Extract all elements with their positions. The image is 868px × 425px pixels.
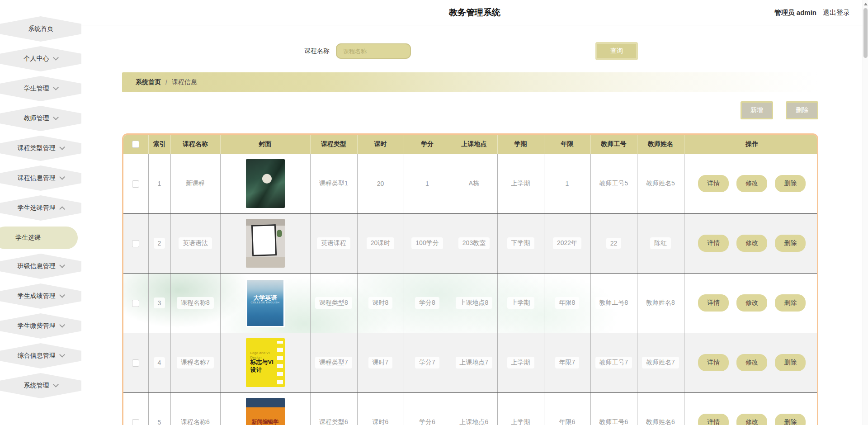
sidebar-item-label: 课程信息管理 [18,174,56,182]
cell-course-type: 课程类型7 [310,333,357,392]
logout-link[interactable]: 退出登录 [823,8,850,17]
table-row: 5课程名称6新闻编辑学课程类型6课时6学分6上课地点6上学期年限6教师工号6教师… [123,392,818,425]
vertical-scrollbar[interactable] [863,0,868,425]
sidebar-item[interactable]: 学生管理 [0,76,81,101]
sidebar-item[interactable]: 学生选课管理 [0,195,81,221]
sidebar-item[interactable]: 综合信息管理 [0,343,81,368]
sidebar-item[interactable]: 班级信息管理 [0,254,81,279]
sidebar-item[interactable]: 课程信息管理 [0,165,81,191]
detail-button[interactable]: 详情 [698,235,729,252]
scrollbar-thumb[interactable] [863,8,868,58]
cell-semester-value: 上学期 [507,357,534,368]
sidebar-item[interactable]: 学生缴费管理 [0,313,81,339]
column-header: 索引 [148,135,170,154]
edit-button[interactable]: 修改 [736,294,767,312]
cell-teacher-name: 教师姓名6 [637,392,684,425]
row-delete-button[interactable]: 删除 [775,235,806,252]
cell-course-name-value: 课程名称6 [177,416,214,425]
cell-teacher-id-value: 教师工号8 [595,297,632,309]
column-header: 操作 [684,135,818,154]
row-checkbox[interactable] [132,359,139,367]
breadcrumb: 系统首页 / 课程信息 [122,72,818,92]
detail-button[interactable]: 详情 [698,294,729,312]
detail-button[interactable]: 详情 [698,354,729,371]
row-delete-button[interactable]: 删除 [775,294,806,312]
cell-teacher-id: 教师工号5 [590,154,637,213]
column-header: 课程类型 [310,135,357,154]
cell-index-value: 4 [154,357,165,368]
cell-hours-value: 课时6 [368,416,393,425]
sidebar-item-label: 学生选课管理 [18,204,56,212]
cell-hours-value: 课时7 [368,357,393,368]
cell-teacher-name-value: 教师姓名8 [642,297,679,309]
cell-semester: 下学期 [497,213,544,273]
sidebar-item[interactable]: 学生成绩管理 [0,283,81,309]
cell-course-name-value: 新课程 [182,178,209,189]
course-cover-image [246,159,285,208]
row-delete-button[interactable]: 删除 [775,175,806,192]
cell-hours: 20课时 [357,213,404,273]
sidebar-item-label: 课程类型管理 [18,144,56,152]
chevron-up-icon [59,206,65,212]
row-delete-button[interactable]: 删除 [775,414,806,425]
cell-actions: 详情修改删除 [684,273,818,333]
cell-cover: COLLEGE ENGLISH大学英语 [220,273,310,333]
search-input[interactable] [336,43,411,59]
row-checkbox[interactable] [132,419,139,425]
cell-course-type-value: 课程类型1 [315,178,352,189]
cell-teacher-name: 教师姓名7 [637,333,684,392]
sidebar-item-label: 个人中心 [24,55,49,63]
row-checkbox[interactable] [132,300,139,307]
edit-button[interactable]: 修改 [736,235,767,252]
sidebar-item[interactable]: 课程类型管理 [0,136,81,161]
scrollbar-up-arrow-icon[interactable] [864,3,868,5]
cell-location: 上课地点7 [451,333,497,392]
cell-course-name-value: 英语语法 [179,237,212,249]
row-checkbox[interactable] [132,180,139,188]
cover-title-text: 大学英语 [247,294,283,302]
edit-button[interactable]: 修改 [736,175,767,192]
chevron-down-icon [53,114,59,120]
cell-actions: 详情修改删除 [684,213,818,273]
cell-hours: 课时6 [357,392,404,425]
cell-course-type-value: 课程类型6 [315,416,352,425]
sidebar-item[interactable]: 个人中心 [0,46,81,71]
add-button[interactable]: 新增 [741,101,773,119]
sidebar-submenu-item[interactable]: 学生选课 [0,227,78,249]
cell-course-name: 课程名称8 [170,273,220,333]
cover-title-text: 新闻编辑学 [246,418,285,425]
sidebar-item[interactable]: 系统管理 [0,373,81,398]
row-checkbox[interactable] [132,240,139,247]
cell-hours: 20 [357,154,404,213]
select-all-checkbox[interactable] [132,141,139,148]
sidebar-item[interactable]: 教师管理 [0,106,81,131]
cell-hours-value: 课时8 [368,297,393,309]
breadcrumb-home-link[interactable]: 系统首页 [136,78,161,86]
cell-credits-value: 1 [421,178,433,189]
cell-years-value: 年限6 [555,416,580,425]
cell-cover [220,154,310,213]
row-select-cell [123,333,148,392]
course-table: 索引课程名称封面课程类型课时学分上课地点学期年限教师工号教师姓名操作 1新课程课… [123,135,818,425]
cell-teacher-name-value: 陈红 [650,237,671,249]
edit-button[interactable]: 修改 [736,414,767,425]
cell-location-value: 203教室 [458,237,490,249]
query-button[interactable]: 查询 [595,42,638,60]
cell-index: 4 [148,333,170,392]
cell-index: 3 [148,273,170,333]
course-table-frame: 索引课程名称封面课程类型课时学分上课地点学期年限教师工号教师姓名操作 1新课程课… [122,133,818,425]
page-title: 教务管理系统 [449,7,500,19]
cell-course-type: 英语课程 [310,213,357,273]
detail-button[interactable]: 详情 [698,414,729,425]
sidebar-item-label: 学生成绩管理 [18,292,56,300]
sidebar-item-label: 系统首页 [28,25,53,33]
cell-years: 年限7 [544,333,590,392]
cell-years-value: 年限8 [555,297,580,309]
edit-button[interactable]: 修改 [736,354,767,371]
detail-button[interactable]: 详情 [698,175,729,192]
delete-button[interactable]: 删除 [786,101,818,119]
sidebar-item[interactable]: 系统首页 [0,16,81,42]
cell-hours-value: 20 [373,178,388,189]
chevron-down-icon [53,382,59,387]
row-delete-button[interactable]: 删除 [775,354,806,371]
